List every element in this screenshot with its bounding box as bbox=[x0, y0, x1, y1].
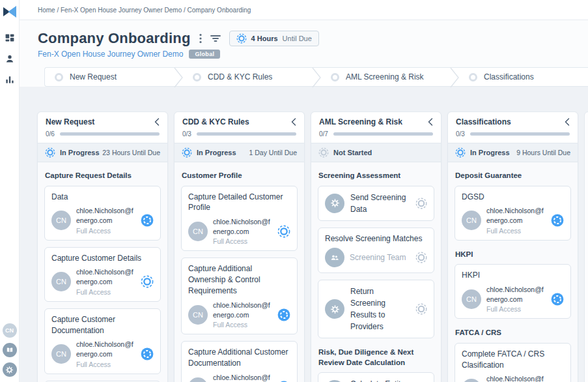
task-card[interactable]: Complete FATCA / CRS Clasification CN ch… bbox=[455, 343, 571, 382]
task-status-icon[interactable] bbox=[277, 308, 290, 321]
page-title: Company Onboarding bbox=[38, 30, 191, 47]
collapse-column-icon[interactable] bbox=[428, 118, 433, 126]
task-card[interactable]: Capture Additional Customer Documentatio… bbox=[181, 341, 298, 382]
group-label: FATCA / CRS bbox=[455, 328, 570, 338]
journey-due-badge[interactable]: 4 Hours Until Due bbox=[229, 31, 319, 46]
not-started-icon bbox=[318, 147, 329, 158]
task-card[interactable]: Return Screening Results to Providers bbox=[318, 280, 434, 338]
stage-status-row: In Progress 1 Day Until Due bbox=[175, 143, 304, 162]
access-level: Full Access bbox=[76, 360, 135, 368]
column-new-request: New Request 0/6 In Progress bbox=[37, 111, 168, 382]
progress-count: 0/3 bbox=[182, 130, 191, 138]
assignee-email: chloe.Nicholson@fenergo.com bbox=[486, 285, 546, 304]
assignee-email: chloe.Nicholson@fenergo.com bbox=[76, 340, 135, 359]
step-status-icon bbox=[331, 73, 339, 81]
stage-status-row: In Progress 9 Hours Until Due bbox=[448, 143, 578, 162]
filter-icon[interactable] bbox=[210, 35, 221, 42]
task-card[interactable]: DGSD CN chloe.Nicholson@fenergo.com Full… bbox=[455, 186, 571, 241]
user-icon[interactable] bbox=[5, 53, 15, 64]
in-progress-icon bbox=[236, 33, 247, 44]
settings-gear-icon[interactable] bbox=[3, 362, 17, 377]
access-level: Full Access bbox=[213, 321, 272, 329]
collapse-column-icon[interactable] bbox=[154, 118, 160, 126]
stage-status: In Progress bbox=[60, 149, 100, 156]
task-status-icon[interactable] bbox=[551, 214, 564, 227]
stage-status: In Progress bbox=[197, 149, 236, 156]
collapse-column-icon[interactable] bbox=[291, 118, 296, 126]
stage-due: 1 Day Until Due bbox=[249, 149, 297, 156]
fenergo-logo-icon[interactable] bbox=[2, 4, 18, 20]
page-header: Company Onboarding 4 Hours Until Due bbox=[20, 20, 588, 87]
task-title: Data bbox=[51, 192, 154, 203]
task-status-icon[interactable] bbox=[415, 303, 427, 315]
stage-status-row: In Progress 23 Hours Until Due bbox=[38, 143, 167, 162]
task-card[interactable]: Send Screening Data bbox=[318, 186, 434, 221]
task-card[interactable]: Data CN chloe.Nicholson@fenergo.com Full… bbox=[44, 186, 161, 241]
task-status-icon[interactable] bbox=[415, 252, 427, 263]
task-card[interactable]: HKPI CN chloe.Nicholson@fenergo.com Full… bbox=[455, 264, 571, 319]
task-title: DGSD bbox=[462, 192, 564, 203]
step-separator-icon bbox=[450, 68, 459, 86]
dashboard-icon[interactable] bbox=[5, 33, 15, 43]
step-status-icon bbox=[469, 73, 477, 81]
task-card[interactable]: Resolve Screening Matches Screening Team bbox=[318, 228, 434, 274]
task-status-icon[interactable] bbox=[141, 275, 154, 288]
step-new-request[interactable]: New Request bbox=[45, 68, 174, 86]
scope-badge: Global bbox=[189, 50, 220, 59]
breadcrumb[interactable]: Home / Fen-X Open House Journey Owner De… bbox=[38, 7, 251, 14]
task-status-icon[interactable] bbox=[277, 225, 290, 238]
task-status-icon[interactable] bbox=[551, 293, 564, 306]
journey-stepper: New Request CDD & KYC Rules AML Screenin… bbox=[44, 67, 588, 87]
team-icon bbox=[325, 248, 344, 267]
task-card[interactable]: Capture Customer Details CN chloe.Nichol… bbox=[44, 247, 161, 302]
avatar: CN bbox=[51, 344, 71, 364]
avatar: CN bbox=[462, 289, 481, 309]
step-cdd-kyc[interactable]: CDD & KYC Rules bbox=[183, 68, 312, 86]
assignee-email: chloe.Nicholson@fenergo.com bbox=[213, 217, 272, 236]
assignee-email: chloe.Nicholson@fenergo.com bbox=[486, 374, 546, 382]
step-classifications[interactable]: Classifications bbox=[459, 68, 588, 86]
task-card[interactable]: Capture Additional Ownership & Control R… bbox=[181, 257, 298, 334]
journey-link[interactable]: Fen-X Open House Journey Owner Demo bbox=[38, 50, 183, 59]
avatar: CN bbox=[51, 272, 71, 291]
knowledge-book-icon[interactable] bbox=[3, 343, 17, 357]
group-label: Customer Profile bbox=[182, 171, 297, 181]
task-status-icon[interactable] bbox=[141, 214, 154, 227]
in-progress-icon bbox=[182, 147, 192, 158]
reports-icon[interactable] bbox=[5, 74, 15, 85]
task-card[interactable]: Calculate Entity Risk Rating bbox=[318, 372, 434, 382]
stage-status: Not Started bbox=[333, 149, 372, 156]
task-status-icon[interactable] bbox=[415, 198, 427, 209]
step-separator-icon bbox=[312, 68, 321, 86]
assignee-email: chloe.Nicholson@fenergo.com bbox=[76, 267, 135, 286]
column-header: Classifications 0/3 bbox=[448, 112, 578, 143]
progress-bar bbox=[197, 132, 296, 136]
column-classifications: Classifications 0/3 In Progress bbox=[447, 111, 578, 382]
group-label: HKPI bbox=[455, 250, 570, 260]
task-card[interactable]: Capture Detailed Customer Profile CN chl… bbox=[181, 186, 298, 252]
group-label: Deposit Guarantee bbox=[455, 171, 570, 181]
column-header: AML Screening & Risk 0/7 bbox=[311, 112, 441, 143]
collapse-column-icon[interactable] bbox=[565, 118, 570, 126]
user-avatar[interactable]: CN bbox=[3, 323, 17, 338]
column-header: CDD & KYC Rules 0/3 bbox=[175, 112, 304, 143]
task-title: Capture Customer Details bbox=[51, 253, 154, 264]
group-label: Risk, Due Diligence & Next Review Date C… bbox=[318, 347, 434, 368]
stage-due: 23 Hours Until Due bbox=[102, 149, 160, 156]
in-progress-icon bbox=[45, 147, 55, 158]
avatar: CN bbox=[188, 377, 208, 382]
system-task-gear-icon bbox=[325, 299, 344, 319]
task-status-icon[interactable] bbox=[141, 347, 154, 360]
in-progress-icon bbox=[455, 147, 466, 158]
task-card[interactable]: Capture Customer Documentation CN chloe.… bbox=[44, 308, 161, 374]
task-title: Complete FATCA / CRS Clasification bbox=[462, 349, 564, 371]
task-title: Calculate Entity Risk Rating bbox=[350, 378, 410, 382]
rail-footer: CN bbox=[3, 323, 17, 382]
avatar: CN bbox=[51, 211, 71, 230]
access-level: Full Access bbox=[486, 305, 546, 313]
kebab-menu-icon[interactable] bbox=[199, 33, 202, 44]
journey-board: New Request 0/6 In Progress bbox=[20, 87, 588, 382]
task-title: Send Screening Data bbox=[350, 192, 410, 215]
task-title: Resolve Screening Matches bbox=[325, 233, 427, 244]
step-aml-screening[interactable]: AML Screening & Risk bbox=[321, 68, 450, 86]
